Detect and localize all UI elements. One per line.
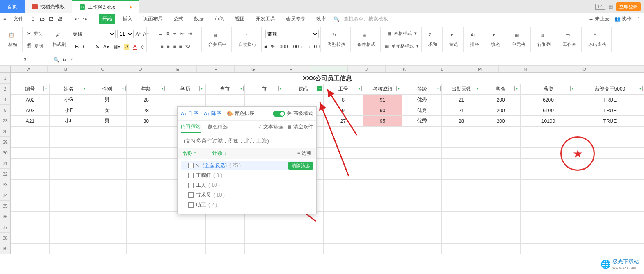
cell[interactable]: 9 — [324, 105, 363, 116]
cell[interactable] — [126, 159, 166, 169]
cell[interactable] — [205, 95, 244, 105]
formula-input[interactable]: 7 — [70, 57, 73, 63]
cell[interactable] — [363, 212, 402, 222]
cell[interactable] — [521, 127, 576, 137]
cell[interactable] — [402, 222, 442, 233]
hamburger-icon[interactable]: ≡ — [3, 16, 6, 22]
cut-icon[interactable]: ✂ — [27, 31, 31, 36]
filter-dropdown-icon[interactable]: ▾ — [514, 86, 519, 91]
cell[interactable]: 考核成绩▾ — [363, 84, 402, 95]
tab-home[interactable]: 首页 — [0, 0, 25, 13]
tab-workbook[interactable]: S工作簿3.xlsx● — [72, 0, 139, 13]
size-combo[interactable]: 11 — [117, 30, 134, 38]
row-header[interactable]: 29 — [0, 137, 11, 147]
cell[interactable] — [126, 201, 166, 212]
cell[interactable] — [166, 222, 205, 233]
advanced-toggle[interactable]: 关 高级模式 — [273, 110, 313, 117]
cell[interactable] — [166, 233, 205, 244]
row-header[interactable]: 28 — [0, 126, 11, 137]
cell[interactable] — [205, 244, 244, 254]
align-top-icon[interactable]: ⫠ — [158, 31, 163, 36]
cell[interactable] — [324, 201, 363, 212]
cell[interactable] — [481, 148, 521, 159]
cell[interactable] — [521, 222, 576, 233]
col-name-header[interactable]: 名称 ↑ — [183, 150, 196, 157]
filter-dropdown-icon[interactable]: ▾ — [570, 86, 575, 91]
percent-icon[interactable]: % — [271, 44, 276, 50]
tab-template[interactable]: 找稻壳模板 — [25, 0, 72, 13]
cell[interactable]: 奖金▾ — [481, 84, 521, 95]
cell[interactable]: A03 — [11, 105, 50, 116]
col-header[interactable]: G — [235, 66, 272, 72]
cell[interactable] — [521, 190, 576, 201]
cell[interactable]: 28 — [442, 116, 481, 127]
col-header[interactable]: I — [310, 66, 348, 72]
cellstyle-button[interactable]: ▦ 单元格样式▾ — [385, 43, 419, 49]
login-button[interactable]: 立即登录 — [616, 2, 641, 11]
cell[interactable] — [576, 127, 644, 137]
cell[interactable]: 年龄▾ — [126, 84, 166, 95]
menu-review[interactable]: 审阅 — [211, 14, 228, 24]
cell[interactable] — [284, 95, 323, 105]
cell[interactable] — [324, 148, 363, 159]
cell[interactable] — [284, 244, 323, 254]
align-bot-icon[interactable]: ⫟ — [172, 31, 177, 36]
col-header[interactable]: M — [461, 66, 499, 72]
col-header[interactable]: J — [348, 66, 386, 72]
cell[interactable]: 200 — [481, 95, 521, 105]
cell[interactable] — [126, 148, 166, 159]
cell[interactable]: 28 — [126, 95, 166, 105]
filter-dropdown-icon[interactable]: ▾ — [199, 86, 204, 91]
tab-content-filter[interactable]: 内容筛选 — [181, 120, 201, 133]
cell[interactable] — [126, 127, 166, 137]
bold-icon[interactable]: B — [75, 44, 79, 50]
cell[interactable] — [49, 201, 88, 212]
col-header[interactable]: L — [423, 66, 461, 72]
orientation-icon[interactable]: ⟲ — [185, 43, 190, 49]
menu-data[interactable]: 数据 — [191, 14, 207, 24]
cell[interactable] — [481, 201, 521, 212]
freeze-button[interactable]: ❄冻结窗格 — [586, 32, 609, 48]
cell[interactable] — [88, 169, 126, 180]
cell[interactable] — [126, 244, 166, 254]
cell[interactable] — [11, 201, 50, 212]
cell[interactable] — [442, 190, 481, 201]
wrap-button[interactable]: ↩自动换行 — [236, 32, 259, 48]
cell[interactable] — [576, 222, 644, 233]
collapse-icon[interactable]: ⌃ — [637, 16, 641, 22]
text-filter-button[interactable]: ▽ 文本筛选 — [257, 123, 283, 130]
cell[interactable]: 工号▾ — [324, 84, 363, 95]
cell[interactable] — [402, 180, 442, 190]
row-header[interactable]: 37 — [0, 222, 11, 233]
new-icon[interactable]: 🗋 — [31, 16, 36, 22]
sheet-button[interactable]: ▭工作表 — [560, 32, 579, 48]
filter-dropdown-icon[interactable]: ▾ — [121, 86, 126, 91]
cell[interactable] — [521, 201, 576, 212]
checkbox-icon[interactable] — [188, 202, 194, 208]
col-header[interactable]: F — [197, 66, 235, 72]
cell[interactable] — [88, 159, 126, 169]
cell[interactable] — [402, 148, 442, 159]
cell[interactable] — [402, 190, 442, 201]
checkbox-icon[interactable] — [188, 192, 194, 198]
data-grid[interactable]: XXX公司员工信息编号▾姓名▾性别▾年龄▾学历▾省市▾市▾岗位▾工号▾考核成绩▾… — [11, 73, 644, 254]
cell[interactable] — [363, 190, 402, 201]
col-header[interactable]: K — [386, 66, 423, 72]
cell[interactable] — [11, 169, 50, 180]
cell[interactable] — [481, 169, 521, 180]
cell[interactable] — [49, 190, 88, 201]
cell[interactable]: 21 — [442, 95, 481, 105]
cell[interactable]: 200 — [481, 116, 521, 127]
cell-button[interactable]: ▦单元格 — [509, 32, 528, 48]
cell[interactable] — [363, 127, 402, 137]
cell[interactable]: 编号▾ — [11, 84, 50, 95]
fx-find-icon[interactable]: 🔍 — [53, 57, 59, 63]
cell[interactable] — [442, 222, 481, 233]
cell[interactable] — [126, 169, 166, 180]
cell[interactable] — [442, 127, 481, 137]
cell[interactable]: 6100 — [521, 105, 576, 116]
col-header[interactable]: B — [48, 66, 84, 72]
checkbox-icon[interactable] — [188, 173, 194, 178]
checkbox-icon[interactable] — [188, 163, 194, 168]
underline-icon[interactable]: U — [88, 44, 92, 50]
